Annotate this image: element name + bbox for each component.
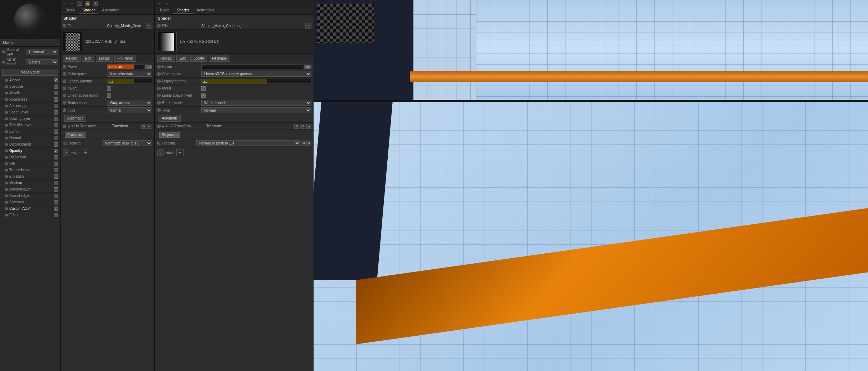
left-linear-invert-checkbox[interactable]: ✓ [107, 93, 111, 98]
left-reload-btn[interactable]: Reload [63, 55, 81, 62]
left-gamma-bar[interactable]: 2.2 [107, 79, 152, 84]
lock-icon[interactable]: 🔒 [85, 1, 90, 6]
left-projection-btn[interactable]: Projection [65, 132, 86, 138]
roughness-checkbox[interactable] [54, 97, 58, 102]
albedo-checkbox[interactable]: ✓ [54, 78, 58, 82]
left-file-radio[interactable] [63, 24, 66, 27]
prop-round-edges[interactable]: Round edges [0, 193, 60, 199]
right-file-radio[interactable] [157, 24, 161, 27]
right-automatic-btn[interactable]: Automatic [159, 115, 181, 122]
prop-anisotropy[interactable]: Anisotropy [0, 103, 60, 109]
prop-displacement[interactable]: Displacement [0, 141, 60, 148]
left-edit-btn[interactable]: Edit [82, 55, 94, 62]
material-layer-radio[interactable] [5, 188, 8, 191]
left-power-radio[interactable] [63, 65, 66, 68]
albedo-radio[interactable] [5, 79, 8, 82]
right-locate-btn[interactable]: Locate [190, 55, 207, 62]
metallic-checkbox[interactable] [54, 91, 58, 95]
left-invert-checkbox[interactable] [107, 86, 111, 91]
prop-normal[interactable]: Normal [0, 135, 60, 141]
left-automatic-btn[interactable]: Automatic [64, 115, 86, 122]
dispersion-checkbox[interactable] [54, 155, 58, 159]
medium-checkbox[interactable] [54, 181, 58, 185]
coating-layer-radio[interactable] [5, 117, 8, 120]
right-expand-arrow[interactable]: ▶ [162, 124, 165, 128]
nav-right-icon[interactable]: → [70, 1, 74, 6]
prop-transmission[interactable]: Transmission [0, 167, 60, 173]
roughness-radio[interactable] [5, 98, 8, 101]
right-panel-menu-btn[interactable]: ≡ [305, 23, 311, 29]
tab-basic-left[interactable]: Basic [62, 6, 79, 14]
thin-film-layer-radio[interactable] [5, 124, 8, 127]
prop-dispersion[interactable]: Dispersion [0, 154, 60, 161]
common-radio[interactable] [5, 201, 8, 204]
prop-bump[interactable]: Bump [0, 128, 60, 135]
prop-thin-film-layer[interactable]: Thin film layer [0, 122, 60, 128]
transmission-checkbox[interactable] [54, 168, 58, 172]
left-border-mode-radio[interactable] [63, 101, 66, 105]
prop-opacity[interactable]: Opacity ✓ [0, 148, 60, 154]
metallic-radio[interactable] [5, 92, 8, 95]
right-gamma-radio[interactable] [157, 80, 161, 83]
specular-checkbox[interactable] [54, 85, 58, 89]
left-fit-frame-btn[interactable]: Fit Frame [114, 55, 136, 62]
left-colorspace-dropdown[interactable]: Non-color data [107, 71, 152, 77]
round-edges-checkbox[interactable] [54, 194, 58, 198]
ior-checkbox[interactable] [54, 162, 58, 166]
bump-checkbox[interactable] [54, 129, 58, 134]
prop-editor[interactable]: Editor [0, 212, 60, 218]
left-uv-icon1[interactable]: ⚙ [141, 124, 146, 129]
right-ies-dropdown[interactable]: Normalize peak to 1.0 [196, 140, 300, 146]
right-type-dropdown[interactable]: Normal [201, 107, 311, 113]
right-colorspace-dropdown[interactable]: Linear sRGB + legacy gamma [201, 71, 311, 77]
transmission-radio[interactable] [5, 169, 8, 172]
bump-radio[interactable] [5, 130, 8, 133]
editor-checkbox[interactable] [54, 213, 58, 217]
left-uv-icon2[interactable]: ✕ [147, 124, 152, 129]
prop-coating-layer[interactable]: Coating layer [0, 116, 60, 122]
medium-radio[interactable] [5, 182, 8, 184]
right-type-radio[interactable] [157, 108, 161, 112]
left-invert-radio[interactable] [63, 87, 66, 90]
prop-custom-aov[interactable]: Custom AOV ✓ [0, 205, 60, 212]
emission-radio[interactable] [5, 175, 8, 178]
sheen-layer-checkbox[interactable] [54, 110, 58, 115]
prop-emission[interactable]: Emission [0, 173, 60, 180]
right-ies-icon1[interactable]: ⚙ [301, 141, 306, 146]
displacement-checkbox[interactable] [54, 142, 58, 147]
viewport-top[interactable] [314, 0, 868, 100]
prop-metallic[interactable]: Metallic [0, 90, 60, 96]
opacity-checkbox[interactable]: ✓ [54, 149, 58, 153]
right-border-mode-radio[interactable] [157, 101, 161, 105]
right-uv-radio[interactable] [157, 124, 161, 128]
left-power-bar[interactable]: 4.217949 [107, 64, 144, 69]
left-type-dropdown[interactable]: Normal [107, 107, 152, 113]
right-power-radio[interactable] [157, 65, 161, 68]
right-invert-radio[interactable] [157, 87, 161, 90]
left-border-mode-dropdown[interactable]: Wrap around [107, 100, 152, 106]
editor-radio[interactable] [5, 214, 8, 217]
displacement-radio[interactable] [5, 143, 8, 146]
prop-sheen-layer[interactable]: Sheen layer [0, 109, 60, 116]
brdf-model-dropdown[interactable]: Octane [26, 59, 58, 65]
left-ies-dropdown[interactable]: Normalize peak to 1.0 [102, 140, 152, 146]
left-colorspace-radio[interactable] [63, 72, 66, 76]
left-gamma-radio[interactable] [63, 80, 66, 83]
tab-animation-left[interactable]: Animation [98, 6, 123, 14]
prop-common[interactable]: Common [0, 199, 60, 205]
anisotropy-radio[interactable] [5, 105, 8, 107]
prop-roughness[interactable]: Roughness [0, 96, 60, 103]
right-linear-invert-checkbox[interactable]: ✓ [201, 93, 206, 98]
custom-aov-radio[interactable] [5, 207, 8, 210]
dispersion-radio[interactable] [5, 156, 8, 159]
common-checkbox[interactable] [54, 200, 58, 204]
right-reload-btn[interactable]: Reload [157, 55, 175, 62]
thin-film-layer-checkbox[interactable] [54, 123, 58, 127]
left-expand-arrow[interactable]: ▶ [68, 124, 70, 128]
material-layer-checkbox[interactable] [54, 187, 58, 192]
ior-radio[interactable] [5, 162, 8, 165]
right-uv-icon3[interactable]: ◈ [306, 124, 311, 129]
right-fit-image-btn[interactable]: Fit Image [209, 55, 230, 62]
right-projection-btn[interactable]: Projection [159, 132, 180, 138]
right-gamma-bar[interactable]: 2.2 [201, 79, 311, 84]
